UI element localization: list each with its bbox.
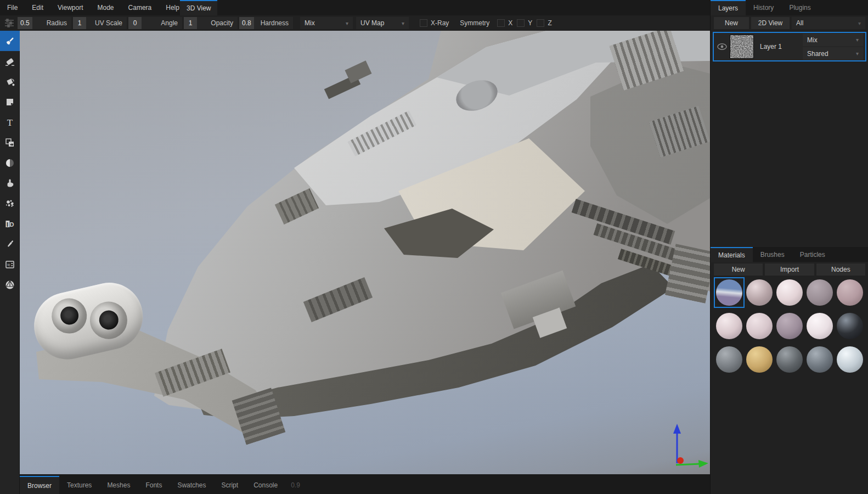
tab-brushes[interactable]: Brushes: [753, 247, 792, 262]
new-layer-button[interactable]: New: [714, 17, 749, 29]
layer-map-value: Shared: [807, 50, 828, 58]
svg-text:≈: ≈: [7, 261, 10, 267]
hardness-value: 0.8: [239, 17, 254, 29]
materials-panel-tabs: Materials Brushes Particles: [711, 247, 868, 262]
axis-gizmo: [651, 419, 710, 471]
hardness-slider[interactable]: 0.8 Hardness: [239, 17, 293, 29]
svg-text:T: T: [7, 117, 13, 127]
tab-3d-view[interactable]: 3D View: [180, 0, 217, 15]
tab-layers[interactable]: Layers: [711, 0, 746, 15]
2d-view-button[interactable]: 2D View: [751, 17, 790, 29]
uv-map-dropdown[interactable]: UV Map ▾: [356, 17, 409, 29]
tool-sidebar: T I D: [0, 31, 20, 494]
eye-icon: [717, 43, 727, 50]
material-sphere[interactable]: [837, 279, 863, 306]
layer-filter-dropdown[interactable]: All ▾: [792, 17, 865, 29]
symmetry-z-checkbox[interactable]: [537, 19, 544, 27]
tab-materials[interactable]: Materials: [711, 247, 753, 262]
uv-scale-value: 1: [73, 17, 86, 29]
material-sphere[interactable]: [746, 313, 773, 339]
material-sphere[interactable]: [807, 346, 833, 373]
right-panel: Layers History Plugins New 2D View All ▾…: [710, 0, 868, 494]
new-material-button[interactable]: New: [714, 263, 763, 276]
material-sphere[interactable]: [807, 313, 833, 339]
menu-bar: File Edit Viewport Mode Camera Help 3D V…: [0, 0, 710, 15]
material-sphere[interactable]: [807, 279, 833, 306]
colorid-tool-icon[interactable]: I D: [0, 214, 20, 234]
material-sphere[interactable]: [746, 279, 773, 306]
material-tool-icon[interactable]: [0, 274, 20, 295]
material-sphere[interactable]: [746, 346, 773, 373]
blend-mode-dropdown[interactable]: Mix ▾: [300, 17, 353, 29]
chevron-down-icon: ▾: [858, 20, 861, 26]
material-sphere[interactable]: [776, 279, 803, 306]
material-sphere[interactable]: [716, 346, 742, 373]
symmetry-z-label: Z: [548, 19, 551, 27]
import-material-button[interactable]: Import: [765, 263, 814, 276]
tab-script[interactable]: Script: [213, 476, 246, 494]
tab-console[interactable]: Console: [246, 476, 285, 494]
layer-map-dropdown[interactable]: Shared ▾: [803, 47, 863, 60]
layer-row[interactable]: Layer 1 Mix ▾ Shared ▾: [713, 32, 866, 61]
angle-slider[interactable]: 0 Angle: [128, 17, 182, 29]
tab-swatches[interactable]: Swatches: [170, 476, 213, 494]
uv-scale-slider[interactable]: 1 UV Scale: [73, 17, 127, 29]
material-sphere[interactable]: [837, 346, 863, 373]
radius-slider[interactable]: 0.5 Radius: [18, 17, 71, 29]
material-sphere[interactable]: [837, 313, 863, 339]
tab-fonts[interactable]: Fonts: [138, 476, 170, 494]
symmetry-y-checkbox[interactable]: [517, 19, 525, 27]
symmetry-y-label: Y: [528, 19, 532, 27]
uv-scale-label: UV Scale: [86, 19, 127, 27]
svg-text:I: I: [7, 221, 8, 227]
menu-file[interactable]: File: [0, 0, 25, 15]
decal-tool-icon[interactable]: [0, 92, 20, 112]
materials-actions-row: New Import Nodes: [711, 262, 868, 277]
tab-particles[interactable]: Particles: [792, 247, 833, 262]
tab-browser[interactable]: Browser: [20, 476, 59, 494]
brush-tool-icon[interactable]: [0, 31, 20, 51]
symmetry-label: Symmetry: [460, 19, 489, 27]
material-sphere[interactable]: [716, 313, 742, 339]
materials-grid: [716, 279, 865, 373]
radius-value: 0.5: [18, 17, 32, 29]
material-sphere[interactable]: [776, 346, 803, 373]
blur-tool-icon[interactable]: [0, 153, 20, 173]
tab-history[interactable]: History: [746, 0, 781, 15]
ship-engine-pod-body: [27, 276, 149, 366]
layer-visibility-toggle[interactable]: [714, 43, 730, 50]
tab-meshes[interactable]: Meshes: [99, 476, 138, 494]
chevron-down-icon: ▾: [856, 37, 859, 43]
material-sphere[interactable]: [776, 313, 803, 339]
material-sphere[interactable]: [716, 279, 742, 306]
menu-camera[interactable]: Camera: [121, 0, 159, 15]
text-tool-icon[interactable]: T: [0, 112, 20, 132]
picker-tool-icon[interactable]: [0, 234, 20, 254]
layer-name: Layer 1: [753, 43, 803, 50]
opacity-slider[interactable]: 1 Opacity: [184, 17, 238, 29]
nodes-button[interactable]: Nodes: [816, 263, 865, 276]
menu-edit[interactable]: Edit: [25, 0, 50, 15]
bake-tool-icon[interactable]: ≈: [0, 254, 20, 274]
version-label: 0.9: [291, 476, 300, 494]
smudge-tool-icon[interactable]: [0, 173, 20, 193]
sliders-icon[interactable]: [1, 17, 18, 29]
layer-blend-dropdown[interactable]: Mix ▾: [803, 33, 863, 46]
menu-mode[interactable]: Mode: [91, 0, 121, 15]
uv-map-value: UV Map: [360, 19, 384, 27]
fill-tool-icon[interactable]: [0, 71, 20, 92]
radius-label: Radius: [32, 19, 71, 27]
layers-actions-row: New 2D View All ▾: [711, 15, 868, 31]
layer-filter-value: All: [796, 19, 803, 27]
eraser-tool-icon[interactable]: [0, 51, 20, 71]
xray-checkbox[interactable]: [420, 19, 427, 27]
clone-tool-icon[interactable]: [0, 132, 20, 153]
angle-label: Angle: [142, 19, 182, 27]
menu-viewport[interactable]: Viewport: [50, 0, 90, 15]
opacity-value: 1: [184, 17, 197, 29]
particle-tool-icon[interactable]: [0, 193, 20, 214]
symmetry-x-checkbox[interactable]: [497, 19, 505, 27]
tab-textures[interactable]: Textures: [59, 476, 99, 494]
tab-plugins[interactable]: Plugins: [781, 0, 818, 15]
3d-viewport-canvas[interactable]: [20, 31, 710, 474]
